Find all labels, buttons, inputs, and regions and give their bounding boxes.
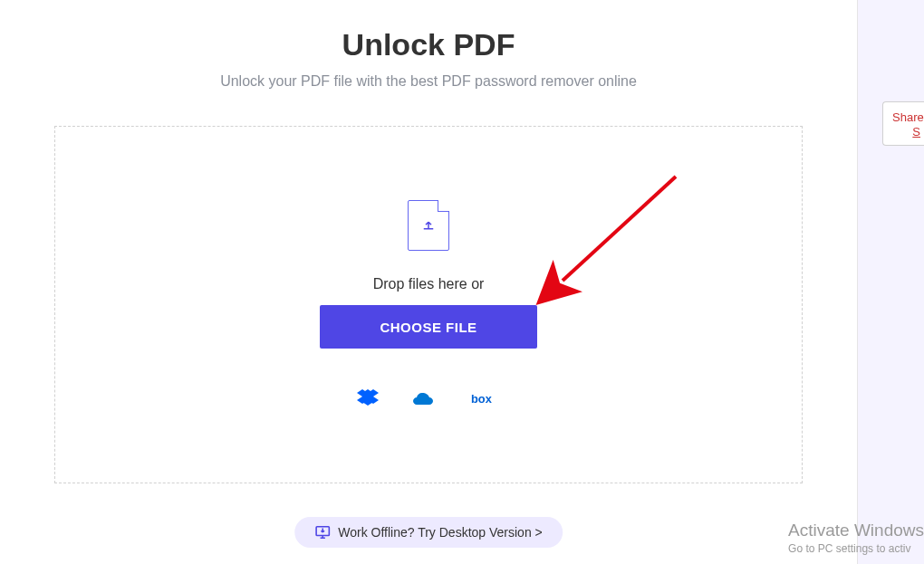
desktop-download-icon — [314, 525, 331, 540]
svg-line-1 — [563, 177, 676, 281]
dropbox-icon[interactable] — [357, 389, 379, 409]
main-panel: Unlock PDF Unlock your PDF file with the… — [0, 0, 858, 564]
watermark-subtitle: Go to PC settings to activ — [788, 542, 924, 555]
desktop-version-link[interactable]: Work Offline? Try Desktop Version > — [294, 517, 563, 548]
choose-file-button[interactable]: CHOOSE FILE — [320, 305, 537, 349]
onedrive-icon[interactable] — [413, 391, 437, 407]
share-label: Share — [892, 110, 924, 124]
watermark-title: Activate Windows — [788, 521, 924, 540]
page-title: Unlock PDF — [0, 0, 857, 62]
share-widget[interactable]: Share S — [882, 101, 924, 146]
box-icon[interactable]: box — [471, 391, 500, 407]
file-dropzone[interactable]: Drop files here or CHOOSE FILE box — [54, 126, 803, 483]
annotation-arrow-icon — [508, 167, 689, 312]
windows-activation-watermark: Activate Windows Go to PC settings to ac… — [788, 521, 924, 555]
share-s: S — [892, 125, 920, 139]
page-subtitle: Unlock your PDF file with the best PDF p… — [0, 73, 857, 90]
drop-text: Drop files here or — [373, 276, 485, 292]
desktop-version-label: Work Offline? Try Desktop Version > — [338, 525, 543, 540]
cloud-providers: box — [357, 389, 500, 409]
upload-file-icon — [408, 200, 449, 251]
svg-text:box: box — [471, 392, 493, 406]
